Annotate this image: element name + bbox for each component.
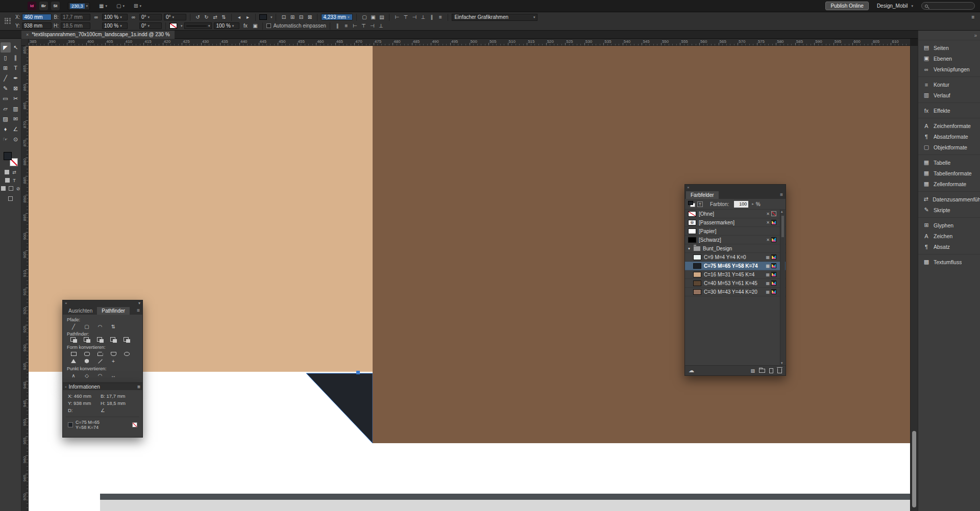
content-collector-tool[interactable]: ⊞: [1, 63, 11, 73]
new-swatch-icon[interactable]: [769, 368, 773, 373]
workspace-switcher[interactable]: Design_Mobil ▾: [877, 3, 913, 9]
control-panel-menu-icon[interactable]: ≡: [969, 14, 977, 21]
pf-intersect-icon[interactable]: [93, 337, 107, 343]
dock-item-object-styles[interactable]: ▢Objektformate: [918, 142, 980, 152]
tint-stepper-icon[interactable]: ▸: [752, 202, 754, 206]
align-top-icon[interactable]: ⊥: [419, 14, 427, 21]
dock-item-effects[interactable]: fxEffekte: [918, 105, 980, 116]
note-tool[interactable]: ✉: [11, 114, 21, 124]
rectangle-frame-tool[interactable]: ⊠: [11, 83, 21, 93]
dock-item-data-merge[interactable]: ⇄Datenzusammenführ...: [918, 194, 980, 205]
hand-tool[interactable]: ☞: [1, 134, 11, 144]
swatch-row[interactable]: [Ohne]✕: [685, 210, 786, 218]
vertical-ruler[interactable]: 8508558608658708758808858908959009059109…: [21, 46, 29, 511]
line-tool[interactable]: ╱: [1, 73, 11, 83]
align-middle-icon[interactable]: ∥: [428, 14, 435, 21]
dock-item-gradient[interactable]: ▥Verlauf: [918, 90, 980, 100]
close-panel-icon[interactable]: ×: [687, 185, 690, 190]
panel-drag-bar[interactable]: ×: [685, 185, 786, 190]
swatch-row[interactable]: C=40 M=53 Y=61 K=45▦: [685, 279, 786, 288]
collapse-panel-icon[interactable]: ◦: [65, 384, 67, 390]
rotate-90-cw-icon[interactable]: ↻: [203, 14, 210, 21]
gap-tool[interactable]: ∥: [11, 53, 21, 63]
shape-rounded-rectangle-icon[interactable]: [80, 350, 93, 357]
x-position-field[interactable]: 460 mm: [22, 14, 52, 20]
scroll-down-icon[interactable]: ▾: [781, 361, 783, 365]
point-plain-icon[interactable]: ∧: [67, 372, 80, 379]
autofit-checkbox[interactable]: [266, 23, 271, 28]
tab-farbfelder[interactable]: Farbfelder: [686, 191, 719, 199]
join-path-icon[interactable]: ╱: [67, 323, 80, 330]
search-input[interactable]: [921, 2, 975, 10]
fill-color-control[interactable]: [259, 14, 267, 20]
dock-item-table[interactable]: ▦Tabelle: [918, 157, 980, 168]
dock-item-links[interactable]: ∞Verknüpfungen: [918, 64, 980, 74]
align-left-icon[interactable]: ⊢: [393, 14, 401, 21]
dock-item-layers[interactable]: ▣Ebenen: [918, 53, 980, 64]
width-field[interactable]: 17,7 mm: [61, 14, 90, 20]
height-field[interactable]: 18,5 mm: [61, 22, 90, 29]
distribute-left-icon[interactable]: ∥: [334, 22, 341, 30]
swatch-row[interactable]: C=9 M=4 Y=4 K=0▦: [685, 253, 786, 262]
scale-x-field[interactable]: 100 %▾: [102, 14, 128, 20]
fill-swatch[interactable]: [4, 152, 12, 160]
drop-shadow-icon[interactable]: ▣: [251, 22, 259, 30]
point-corner-icon[interactable]: ◇: [80, 372, 93, 379]
pencil-tool[interactable]: ✎: [1, 83, 11, 93]
arrange-documents-menu-icon[interactable]: ⊞▾: [132, 2, 143, 10]
free-transform-tool[interactable]: ▱: [1, 104, 11, 114]
zoom-tool[interactable]: ⊙: [11, 134, 21, 144]
delete-swatch-icon[interactable]: [777, 368, 782, 373]
horizontal-ruler[interactable]: 3853903954004054104154204254304354404454…: [21, 39, 910, 46]
selection-anchor-handle[interactable]: [356, 371, 360, 374]
apply-gradient-icon[interactable]: [9, 186, 13, 191]
align-right-icon[interactable]: ⊣: [410, 14, 418, 21]
rotation-field[interactable]: 0°▾: [139, 14, 162, 20]
shape-triangle-icon[interactable]: [67, 357, 80, 365]
stroke-color-control[interactable]: [169, 23, 177, 29]
close-panel-icon[interactable]: ×: [65, 301, 67, 305]
shape-line-icon[interactable]: [93, 357, 107, 365]
panel-scrollbar[interactable]: ▴ ▾: [780, 210, 785, 365]
pf-minus-back-icon[interactable]: [120, 337, 133, 343]
rectangle-tool[interactable]: ▭: [1, 93, 11, 104]
no-text-wrap-icon[interactable]: ▢: [360, 14, 368, 21]
measure-tool[interactable]: ∠: [11, 124, 21, 134]
y-position-field[interactable]: 938 mm: [22, 22, 52, 29]
opacity-field[interactable]: 100 %▾: [214, 22, 239, 29]
distribute-right-icon[interactable]: ⊢: [351, 22, 359, 30]
reverse-path-icon[interactable]: ⇅: [107, 323, 120, 330]
publish-online-button[interactable]: Publish Online: [825, 2, 868, 10]
collapse-panel-icon[interactable]: ▾: [138, 301, 140, 305]
selection-tool[interactable]: ◤: [1, 42, 11, 53]
scissors-tool[interactable]: ✂: [11, 93, 21, 104]
tint-field[interactable]: 100: [734, 201, 748, 208]
fit-frame-to-content-icon[interactable]: ⊟: [297, 14, 305, 21]
flip-vertical-icon[interactable]: ⇅: [220, 14, 228, 21]
open-path-icon[interactable]: ◠: [93, 323, 107, 330]
effects-button[interactable]: fx: [241, 22, 249, 30]
center-content-icon[interactable]: ⊠: [306, 14, 313, 21]
pf-subtract-icon[interactable]: [80, 337, 93, 343]
select-previous-object-icon[interactable]: ◂: [235, 14, 243, 21]
align-bottom-icon[interactable]: ≡: [436, 14, 444, 21]
panel-header[interactable]: ◦ Informationen ≡: [63, 383, 142, 390]
gradient-tool[interactable]: ▥: [11, 104, 21, 114]
swatch-kinds-icon[interactable]: ▨: [750, 368, 755, 373]
gradient-feather-tool[interactable]: ▨: [1, 114, 11, 124]
swatch-row[interactable]: C=30 M=43 Y=44 K=20▦: [685, 288, 786, 296]
link-scale-icon[interactable]: ∞: [130, 14, 137, 21]
swatch-group-row[interactable]: ▾Bunt_Design: [685, 244, 786, 253]
shape-rectangle-icon[interactable]: [67, 350, 80, 357]
formatting-affects-container-icon[interactable]: [5, 178, 10, 183]
reference-point-proxy[interactable]: [5, 18, 11, 24]
eyedropper-tool[interactable]: ♦: [1, 124, 11, 134]
pf-add-icon[interactable]: [67, 337, 80, 343]
stock-icon[interactable]: St: [51, 2, 60, 10]
rotate-90-ccw-icon[interactable]: ↺: [194, 14, 202, 21]
pen-tool[interactable]: ✒: [11, 73, 21, 83]
canvas-object-brown-rectangle[interactable]: [373, 46, 910, 443]
apply-none-icon[interactable]: ⊘: [16, 186, 20, 191]
align-center-horizontal-icon[interactable]: ⊤: [402, 14, 409, 21]
swatch-row[interactable]: [Papier]: [685, 227, 786, 236]
